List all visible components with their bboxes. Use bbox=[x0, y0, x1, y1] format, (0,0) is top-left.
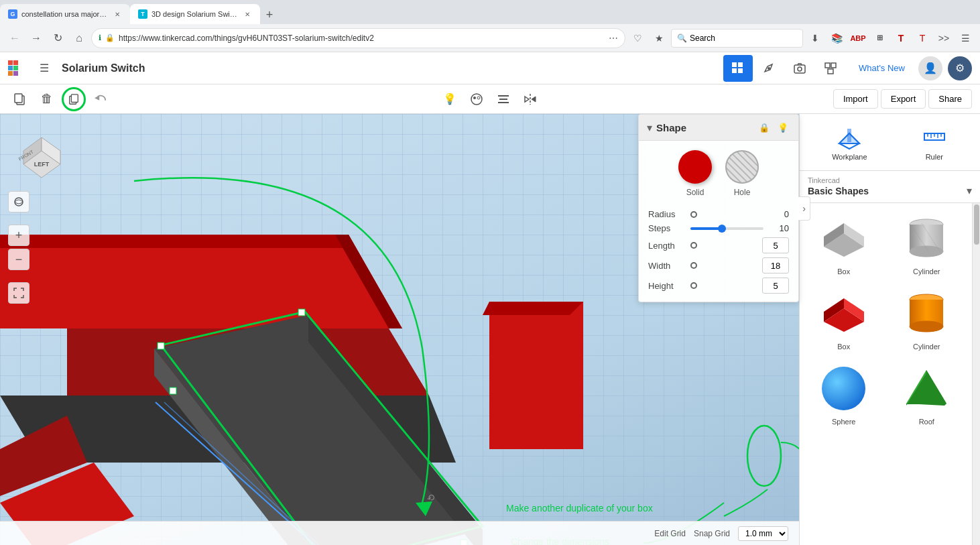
svg-point-15 bbox=[471, 94, 482, 105]
fit-view-button[interactable] bbox=[8, 282, 29, 304]
extensions-button[interactable]: >> bbox=[934, 29, 953, 48]
share-button[interactable]: Share bbox=[928, 89, 972, 109]
delete-button[interactable]: 🗑 bbox=[35, 87, 59, 111]
address-more-button[interactable]: ⋯ bbox=[609, 33, 618, 44]
tab-2-favicon: T bbox=[138, 9, 147, 19]
prop-height-label: Height bbox=[648, 281, 685, 291]
prop-length-value-box[interactable]: 5 bbox=[762, 237, 789, 253]
camera-button[interactable] bbox=[785, 55, 814, 82]
tab-2-title: 3D design Solarium Switch | Tinker... bbox=[151, 10, 239, 18]
shape-item-sphere-blue[interactable]: Sphere bbox=[805, 359, 883, 428]
shape-bulb-icon[interactable]: 💡 bbox=[776, 120, 790, 135]
solid-option[interactable]: Solid bbox=[678, 150, 712, 197]
workplane-button[interactable]: Workplane bbox=[825, 119, 873, 165]
light-button[interactable]: 💡 bbox=[438, 87, 462, 111]
svg-rect-7 bbox=[825, 63, 830, 68]
prop-width-value-box[interactable]: 18 bbox=[762, 257, 789, 274]
user-add-button[interactable]: 👤 bbox=[918, 56, 942, 80]
undo-icon bbox=[95, 93, 107, 105]
build-icon bbox=[762, 62, 776, 75]
translate-button[interactable]: T bbox=[913, 29, 932, 48]
library-chevron[interactable]: ▾ bbox=[967, 184, 972, 197]
shape-menu-button[interactable] bbox=[465, 87, 489, 111]
handle-left[interactable] bbox=[170, 387, 176, 394]
prop-width: Width 18 bbox=[648, 257, 789, 274]
handle-top-left[interactable] bbox=[158, 343, 164, 349]
tab-2[interactable]: T 3D design Solarium Switch | Tinker... … bbox=[130, 4, 260, 24]
search-bar[interactable]: 🔍 bbox=[671, 29, 803, 48]
tinkercad-logo[interactable] bbox=[8, 60, 29, 76]
box-gray-svg bbox=[820, 217, 867, 260]
prop-height-circle[interactable] bbox=[690, 282, 697, 289]
svg-rect-19 bbox=[499, 99, 507, 100]
scrollbar-track[interactable] bbox=[972, 203, 980, 545]
group-icon bbox=[824, 62, 837, 75]
hole-icon bbox=[725, 150, 759, 184]
mirror-button[interactable] bbox=[518, 87, 542, 111]
expand-arrow[interactable]: › bbox=[798, 196, 810, 221]
snap-grid-select[interactable]: 1.0 mm 0.5 mm 2.0 mm bbox=[738, 526, 788, 541]
align-button[interactable] bbox=[491, 87, 515, 111]
svg-rect-11 bbox=[15, 94, 22, 103]
duplicate-button[interactable] bbox=[62, 87, 86, 111]
shape-item-cylinder-orange[interactable]: Cylinder bbox=[888, 284, 966, 353]
bookmarks-button[interactable]: ★ bbox=[650, 29, 668, 48]
prop-steps-slider-track[interactable] bbox=[690, 227, 763, 230]
tab-2-close[interactable]: ✕ bbox=[243, 9, 252, 19]
svg-rect-13 bbox=[71, 94, 78, 102]
new-tab-button[interactable]: + bbox=[260, 5, 279, 24]
library-button[interactable]: 📚 bbox=[827, 29, 846, 48]
handle-top-right[interactable] bbox=[298, 309, 305, 316]
shapes-library: Box bbox=[800, 203, 980, 545]
zoom-out-button[interactable]: − bbox=[8, 249, 29, 270]
download-button[interactable]: ⬇ bbox=[806, 29, 824, 48]
shape-item-cylinder-gray[interactable]: Cylinder bbox=[888, 208, 966, 278]
forward-button[interactable]: → bbox=[27, 29, 46, 48]
grid-view-button[interactable] bbox=[723, 55, 753, 82]
tab-1-close[interactable]: ✕ bbox=[113, 9, 122, 19]
refresh-button[interactable]: ↻ bbox=[48, 29, 67, 48]
prop-radius-circle[interactable] bbox=[690, 211, 697, 218]
view-cube[interactable]: LEFT FRONT bbox=[13, 127, 70, 184]
import-button[interactable]: Import bbox=[833, 89, 878, 109]
build-button[interactable] bbox=[754, 55, 784, 82]
cylinder-gray-svg bbox=[905, 215, 948, 261]
orbit-button[interactable] bbox=[8, 191, 29, 213]
shapes-grid: Box bbox=[805, 208, 975, 428]
shape-item-roof-green[interactable]: Roof bbox=[888, 359, 966, 428]
scrollbar-thumb[interactable] bbox=[974, 204, 979, 245]
nav-extras: ♡ ★ bbox=[628, 29, 668, 48]
adblock-button[interactable]: ABP bbox=[849, 29, 867, 48]
user-avatar[interactable]: ⚙ bbox=[948, 56, 972, 80]
tab-1[interactable]: G constellation ursa major - Google ... … bbox=[0, 4, 130, 24]
whats-new-button[interactable]: What's New bbox=[851, 59, 913, 77]
zoom-in-button[interactable]: + bbox=[8, 225, 29, 246]
shape-lock-icon[interactable]: 🔒 bbox=[757, 120, 772, 135]
edit-grid-label[interactable]: Edit Grid bbox=[654, 529, 686, 538]
search-input[interactable] bbox=[690, 34, 797, 43]
address-bar[interactable]: ℹ 🔒 https://www.tinkercad.com/things/gvH… bbox=[91, 28, 625, 48]
prop-width-circle[interactable] bbox=[690, 262, 697, 269]
red-shape-top bbox=[0, 235, 402, 328]
export-button[interactable]: Export bbox=[881, 89, 926, 109]
hole-option[interactable]: Hole bbox=[725, 150, 759, 197]
bookmark-button[interactable]: ♡ bbox=[628, 29, 647, 48]
back-button[interactable]: ← bbox=[5, 29, 24, 48]
ruler-button[interactable]: Ruler bbox=[914, 119, 955, 165]
shape-item-box-red[interactable]: Box bbox=[805, 284, 883, 353]
prop-steps-slider-thumb[interactable] bbox=[718, 225, 726, 233]
group-button[interactable] bbox=[816, 55, 845, 82]
menu-button[interactable]: ☰ bbox=[956, 29, 975, 48]
home-button[interactable]: ⌂ bbox=[70, 29, 88, 48]
bottom-bar: Edit Grid Snap Grid 1.0 mm 0.5 mm 2.0 mm bbox=[0, 521, 799, 545]
reader-button[interactable]: ⊞ bbox=[870, 29, 889, 48]
font-button[interactable]: T bbox=[892, 29, 910, 48]
app-menu-button[interactable]: ☰ bbox=[35, 59, 54, 78]
undo-button[interactable] bbox=[88, 87, 113, 111]
svg-point-53 bbox=[910, 321, 943, 332]
copy-button[interactable] bbox=[8, 87, 32, 111]
prop-length-circle[interactable] bbox=[690, 242, 697, 249]
shape-panel-chevron[interactable]: ▾ bbox=[647, 121, 652, 134]
shape-item-box-gray[interactable]: Box bbox=[805, 208, 883, 278]
prop-height-value-box[interactable]: 5 bbox=[762, 278, 789, 294]
